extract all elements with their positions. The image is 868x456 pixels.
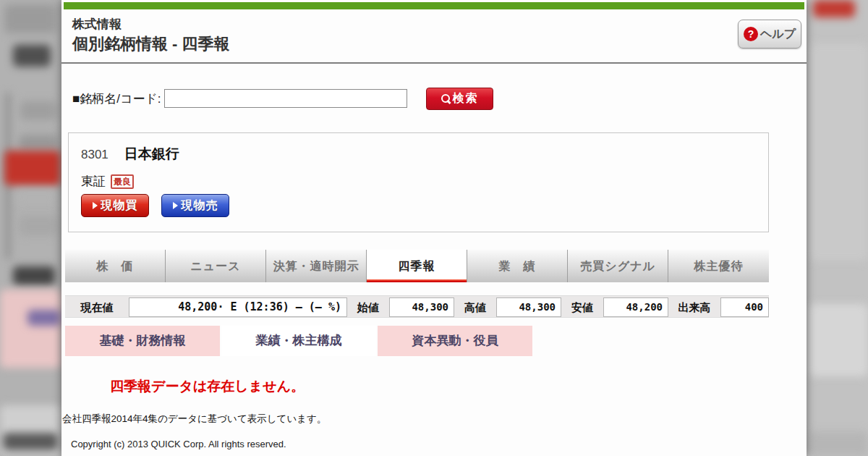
cash-sell-label: 現物売 [182,198,218,214]
page-title: 個別銘柄情報 - 四季報 [72,33,230,55]
background-red-button-shape [4,151,61,185]
trade-buttons-row: 現物買 現物売 [81,194,768,217]
subtab-basic-financial[interactable]: 基礎・財務情報 [65,326,220,356]
tab-shikiho[interactable]: 四季報 [367,250,467,282]
open-price-value: 48,300 [389,297,454,317]
stock-title-line: 8301 日本銀行 [81,145,768,164]
stock-market: 東証 [81,173,106,190]
sub-tab-bar: 基礎・財務情報 業績・株主構成 資本異動・役員 [65,326,532,356]
low-price-label: 安値 [561,296,603,317]
search-row: ■銘柄名/コード: 検索 [72,86,493,111]
tab-news[interactable]: ニュース [166,250,266,282]
background-page-left [0,0,61,456]
arrow-right-icon [93,202,98,209]
data-source-note: 会社四季報2014年4集のデータに基づいて表示しています。 [62,413,326,426]
background-logo-shape [813,0,855,17]
help-question-icon: ? [744,27,758,41]
section-title: 株式情報 [72,16,122,33]
high-price-value: 48,300 [496,297,561,317]
main-tab-bar: 株 価 ニュース 決算・適時開示 四季報 業 績 売買シグナル 株主優待 [65,250,769,282]
subtab-results-shareholders[interactable]: 業績・株主構成 [221,326,376,356]
subtab-capital-officers[interactable]: 資本異動・役員 [378,326,532,356]
tab-earnings-disclosure[interactable]: 決算・適時開示 [266,250,367,282]
copyright-text: Copyright (c) 2013 QUICK Corp. All right… [71,439,286,449]
stock-name: 日本銀行 [124,145,179,164]
volume-value: 400 [720,297,769,317]
search-button-label: 検索 [453,91,479,106]
background-blur-shape [809,431,868,456]
background-blur-shape [16,191,58,203]
magnifier-icon [441,93,451,104]
background-blur-shape [13,45,51,67]
background-blur-shape [20,101,56,120]
help-button-label: ヘルプ [760,27,796,42]
background-blur-shape [19,135,58,151]
open-price-label: 始値 [347,296,389,317]
arrow-right-icon [173,202,178,209]
background-text-shape [3,433,58,450]
top-accent-bar [64,2,804,9]
cash-buy-button[interactable]: 現物買 [81,194,149,217]
tab-price[interactable]: 株 価 [65,250,166,282]
stock-info-box: 8301 日本銀行 東証 最良 現物買 現物売 [68,132,769,232]
search-button[interactable]: 検索 [426,88,493,110]
cash-buy-label: 現物買 [101,198,138,214]
tab-shareholder-benefit[interactable]: 株主優待 [668,250,769,282]
current-price-value: 48,200· E (12:36) ― (― %) [129,297,347,317]
background-blur-shape [13,266,55,285]
background-page-right [807,0,868,456]
high-price-label: 高値 [454,296,496,317]
tab-results[interactable]: 業 績 [467,250,568,282]
background-blur-shape [809,304,868,376]
no-data-message: 四季報データは存在しません。 [110,377,305,396]
background-blur-shape [19,216,58,236]
low-price-value: 48,200 [603,297,668,317]
cash-sell-button[interactable]: 現物売 [161,194,229,217]
tab-trade-signal[interactable]: 売買シグナル [568,250,668,282]
quote-row: 現在値 48,200· E (12:36) ― (― %) 始値 48,300 … [65,295,769,318]
stock-market-line: 東証 最良 [81,173,768,190]
search-label: ■銘柄名/コード: [72,90,161,107]
background-blur-shape [27,310,61,326]
background-blur-shape [4,4,56,33]
background-blur-shape [809,43,868,261]
current-price-label: 現在値 [65,296,129,317]
help-button[interactable]: ? ヘルプ [738,20,801,48]
market-status-badge: 最良 [111,174,134,189]
stock-code: 8301 [81,148,109,162]
header-divider [61,62,807,64]
stock-search-input[interactable] [164,89,407,108]
background-pink-area-shape [0,290,61,368]
main-panel: 株式情報 個別銘柄情報 - 四季報 ? ヘルプ ■銘柄名/コード: 検索 830… [61,0,807,456]
volume-label: 出来高 [668,296,720,317]
